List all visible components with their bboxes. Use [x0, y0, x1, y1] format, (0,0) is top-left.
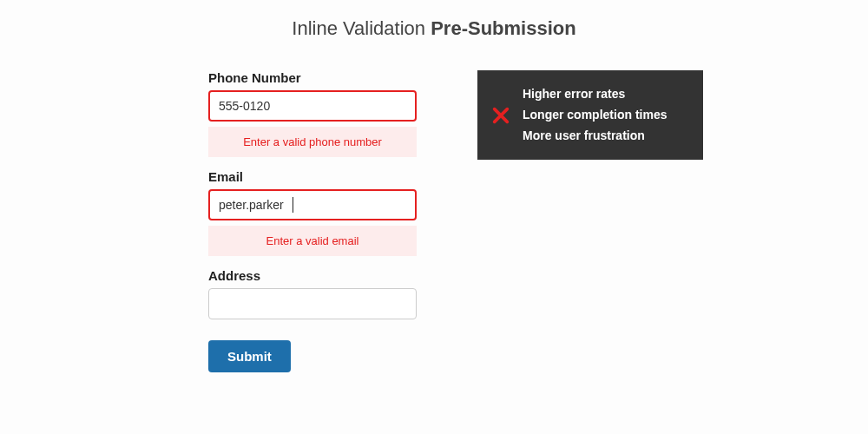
callout-item: Higher error rates	[523, 84, 667, 105]
phone-error-message: Enter a valid phone number	[208, 127, 417, 157]
email-field-group: Email Enter a valid email	[208, 169, 417, 256]
callout-list: Higher error rates Longer completion tim…	[523, 84, 667, 146]
email-error-message: Enter a valid email	[208, 226, 417, 256]
text-cursor-icon	[293, 197, 293, 213]
address-input[interactable]	[208, 288, 417, 319]
page-title: Inline Validation Pre-Submission	[0, 17, 868, 40]
address-field-group: Address	[208, 268, 417, 319]
email-input[interactable]	[208, 189, 417, 220]
callout-panel: Higher error rates Longer completion tim…	[477, 70, 703, 160]
title-prefix: Inline Validation	[292, 17, 431, 39]
submit-button[interactable]: Submit	[208, 340, 291, 372]
phone-label: Phone Number	[208, 70, 417, 85]
callout-item: More user frustration	[523, 126, 667, 147]
phone-input[interactable]	[208, 90, 417, 122]
email-label: Email	[208, 169, 417, 184]
x-icon	[491, 106, 510, 125]
address-label: Address	[208, 268, 417, 283]
phone-field-group: Phone Number Enter a valid phone number	[208, 70, 417, 157]
content-wrapper: Phone Number Enter a valid phone number …	[0, 70, 868, 372]
form-column: Phone Number Enter a valid phone number …	[208, 70, 417, 372]
callout-item: Longer completion times	[523, 105, 667, 126]
title-bold: Pre-Submission	[431, 17, 575, 39]
